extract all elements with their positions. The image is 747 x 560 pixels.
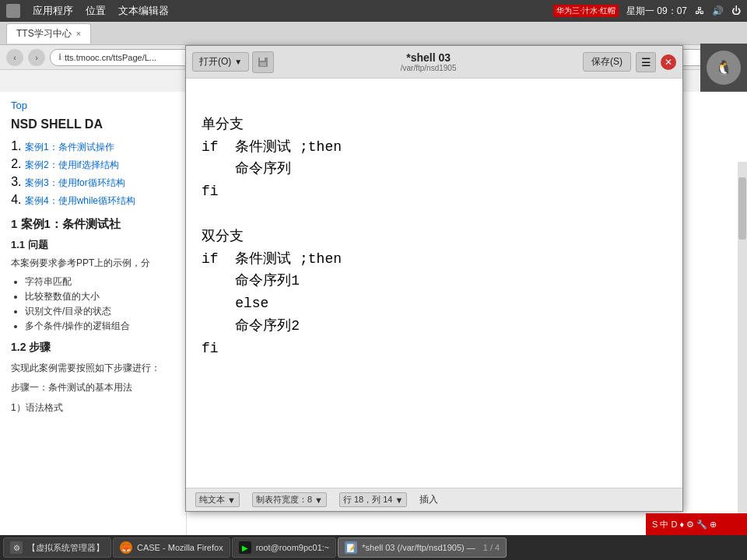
background-area: 🐧 TTS学习中心 × ‹ › ℹ tts.tmooc.cn/ttsPage/L… xyxy=(0,22,747,560)
taskbar-item-editor[interactable]: 📝 *shell 03 (/var/ftp/nsd1905) — 1 / 4 xyxy=(338,537,507,558)
dropdown-arrow-icon: ▼ xyxy=(227,495,236,505)
tab-label: TTS学习中心 xyxy=(16,27,72,40)
browser-tab-bar: TTS学习中心 × xyxy=(0,22,747,45)
apps-menu[interactable]: 应用程序 xyxy=(33,4,73,18)
svg-rect-1 xyxy=(260,58,265,61)
nav-link-2[interactable]: 案例2：使用if选择结构 xyxy=(25,159,119,170)
left-panel: Top NSD SHELL DA 案例1：条件测试操作 案例2：使用if选择结构… xyxy=(0,92,187,560)
editor-line-5: fi xyxy=(202,180,667,203)
save-icon-button[interactable] xyxy=(252,51,274,73)
editor-line-12: fi xyxy=(202,338,667,360)
file-type-dropdown[interactable]: 纯文本 ▼ xyxy=(195,492,240,507)
editor-subtitle: /var/ftp/nsd1905 xyxy=(274,64,583,72)
dropdown-arrow-icon: ▼ xyxy=(395,495,404,505)
nav-link-3[interactable]: 案例3：使用for循环结构 xyxy=(25,177,125,188)
editor-line-13 xyxy=(202,360,667,383)
editor-line-2: 单分支 xyxy=(202,114,667,136)
editor-title: *shell 03 xyxy=(274,51,583,64)
nav-link-1[interactable]: 案例1：条件测试操作 xyxy=(25,142,114,152)
open-dropdown-arrow: ▼ xyxy=(234,58,242,66)
position-dropdown[interactable]: 行 18，列 14 ▼ xyxy=(339,492,407,507)
page-heading: NSD SHELL DA xyxy=(11,117,175,131)
editor-line-10: else xyxy=(202,292,667,315)
taskbar-item-firefox[interactable]: 🦊 CASE - Mozilla Firefox xyxy=(113,537,230,558)
editor-statusbar: 纯文本 ▼ 制表符宽度：8 ▼ 行 18，列 14 ▼ 插入 xyxy=(186,488,682,511)
taskbar-firefox-label: CASE - Mozilla Firefox xyxy=(137,543,223,552)
section1-title: 1 案例1：条件测试社 xyxy=(11,217,175,232)
insert-mode-label: 插入 xyxy=(419,493,438,506)
dropdown-arrow-icon: ▼ xyxy=(314,495,323,505)
user-avatar-area: 🐧 xyxy=(700,44,747,92)
editor-menu[interactable]: 文本编辑器 xyxy=(118,4,169,18)
editor-titlebar: 打开(O) ▼ *shell 03 /var/ftp/nsd1905 保存(S) xyxy=(186,46,682,79)
insert-mode-status: 插入 xyxy=(419,493,438,506)
editor-line-4: 命令序列 xyxy=(202,158,667,180)
list-item: 案例3：使用for循环结构 xyxy=(25,175,175,190)
section1-2-title: 1.2 步骤 xyxy=(11,341,175,355)
nav-link-4[interactable]: 案例4：使用while循环结构 xyxy=(25,195,135,206)
editor-content[interactable]: 单分支 if 条件测试 ;then 命令序列 fi 双分支 if 条件测试 ;t… xyxy=(186,79,682,488)
firefox-icon: 🦊 xyxy=(120,541,132,554)
editor-titlebar-right: 保存(S) ☰ ✕ xyxy=(583,52,676,72)
bullet-list: 字符串匹配 比较整数值的大小 识别文件/目录的状态 多个条件/操作的逻辑组合 xyxy=(25,275,175,333)
top-system-bar: 应用程序 位置 文本编辑器 华为三·汁水·红帽 星期一 09：07 🖧 🔊 ⏻ xyxy=(0,0,747,22)
editor-window: 打开(O) ▼ *shell 03 /var/ftp/nsd1905 保存(S) xyxy=(185,45,683,512)
svg-rect-2 xyxy=(260,62,266,66)
terminal-icon: ▶ xyxy=(239,541,251,554)
open-button[interactable]: 打开(O) ▼ xyxy=(192,52,249,72)
editor-line-1 xyxy=(202,91,667,114)
ime-text: S 中 D ♦ ⚙ 🔧 ⊕ xyxy=(652,519,717,530)
taskbar-page-indicator: 1 / 4 xyxy=(483,543,500,552)
section1-1-desc: 本案例要求参考PPT上的示例，分 xyxy=(11,256,175,271)
editor-icon: 📝 xyxy=(345,541,357,554)
step1-label: 步骤一：条件测试的基本用法 xyxy=(11,380,175,395)
editor-line-7: 双分支 xyxy=(202,226,667,248)
syntax-label: 1）语法格式 xyxy=(11,401,175,415)
editor-line-6 xyxy=(202,203,667,226)
editor-line-8: if 条件测试 ;then xyxy=(202,248,667,271)
url-text: tts.tmooc.cn/ttsPage/L... xyxy=(65,53,156,62)
top-link[interactable]: Top xyxy=(11,100,175,111)
app-menu-icon xyxy=(6,4,20,18)
forward-button[interactable]: › xyxy=(28,49,45,66)
datetime-display: 星期一 09：07 xyxy=(626,5,687,18)
taskbar-vm-label: 【虚拟系统管理器】 xyxy=(27,542,104,554)
editor-titlebar-left: 打开(O) ▼ xyxy=(192,51,274,73)
menu-button[interactable]: ☰ xyxy=(636,52,656,72)
scrollbar-thumb[interactable] xyxy=(738,177,746,240)
ime-toolbar: S 中 D ♦ ⚙ 🔧 ⊕ xyxy=(646,513,747,535)
tab-width-label: 制表符宽度：8 xyxy=(256,494,312,506)
editor-line-11: 命令序列2 xyxy=(202,315,667,338)
tab-close-icon[interactable]: × xyxy=(76,29,81,38)
taskbar-terminal-label: root@room9pc01:~ xyxy=(256,543,330,552)
position-label: 行 18，列 14 xyxy=(343,494,393,506)
editor-title-center: *shell 03 /var/ftp/nsd1905 xyxy=(274,51,583,72)
cursor-position: 行 18，列 14 ▼ xyxy=(339,492,407,507)
list-item: 案例4：使用while循环结构 xyxy=(25,193,175,208)
tab-width-dropdown[interactable]: 制表符宽度：8 ▼ xyxy=(252,492,327,507)
taskbar-item-vm[interactable]: ⚙ 【虚拟系统管理器】 xyxy=(3,537,111,558)
section1-1-title: 1.1 问题 xyxy=(11,238,175,252)
list-item: 字符串匹配 xyxy=(25,275,175,289)
places-menu[interactable]: 位置 xyxy=(86,4,106,18)
page-scrollbar[interactable] xyxy=(738,162,747,560)
save-button[interactable]: 保存(S) xyxy=(583,52,631,72)
list-item: 案例1：条件测试操作 xyxy=(25,139,175,154)
browser-tab[interactable]: TTS学习中心 × xyxy=(6,23,91,44)
avatar: 🐧 xyxy=(707,51,741,85)
tab-width-status: 制表符宽度：8 ▼ xyxy=(252,492,327,507)
taskbar-item-terminal[interactable]: ▶ root@room9pc01:~ xyxy=(232,537,337,558)
nav-list: 案例1：条件测试操作 案例2：使用if选择结构 案例3：使用for循环结构 案例… xyxy=(25,139,175,208)
addr-info-icon: ℹ xyxy=(58,52,61,62)
network-icon: 🖧 xyxy=(695,5,704,16)
list-item: 案例2：使用if选择结构 xyxy=(25,157,175,172)
power-icon: ⏻ xyxy=(731,5,741,16)
editor-line-3: if 条件测试 ;then xyxy=(202,136,667,159)
taskbar: ⚙ 【虚拟系统管理器】 🦊 CASE - Mozilla Firefox ▶ r… xyxy=(0,535,747,560)
brand-badge: 华为三·汁水·红帽 xyxy=(553,5,619,17)
close-button[interactable]: ✕ xyxy=(661,54,676,70)
back-button[interactable]: ‹ xyxy=(6,49,23,66)
vm-icon: ⚙ xyxy=(10,541,23,554)
sound-icon: 🔊 xyxy=(712,5,724,16)
list-item: 比较整数值的大小 xyxy=(25,290,175,303)
